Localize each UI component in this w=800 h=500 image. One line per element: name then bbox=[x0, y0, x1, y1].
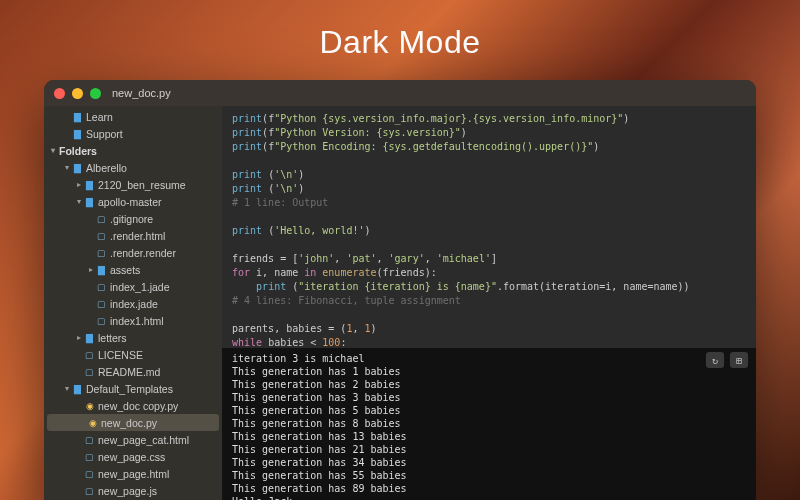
disclosure-icon[interactable]: ▾ bbox=[62, 384, 71, 393]
sidebar-item-label: Alberello bbox=[86, 162, 127, 174]
file-icon: ▢ bbox=[83, 469, 96, 479]
sidebar-item[interactable]: ▢.render.html bbox=[44, 227, 222, 244]
sidebar-item-label: letters bbox=[98, 332, 127, 344]
folder-icon: ▇ bbox=[71, 129, 84, 139]
folder-icon: ▇ bbox=[83, 197, 96, 207]
sidebar-item[interactable]: ▢README.md bbox=[44, 363, 222, 380]
sidebar-item[interactable]: ▾▇Default_Templates bbox=[44, 380, 222, 397]
console-text: iteration 3 is michael This generation h… bbox=[232, 352, 746, 500]
folder-icon: ▇ bbox=[71, 112, 84, 122]
sidebar-item[interactable]: ▇Support bbox=[44, 125, 222, 142]
sidebar-item[interactable]: ▇Learn bbox=[44, 108, 222, 125]
sidebar-item-label: new_page.js bbox=[98, 485, 157, 497]
disclosure-icon[interactable]: ▸ bbox=[86, 265, 95, 274]
sidebar-item[interactable]: ▢.gitignore bbox=[44, 210, 222, 227]
sidebar-item[interactable]: ▢.render.render bbox=[44, 244, 222, 261]
python-file-icon: ◉ bbox=[83, 401, 96, 411]
file-icon: ▢ bbox=[83, 435, 96, 445]
sidebar-item-label: assets bbox=[110, 264, 140, 276]
window-title: new_doc.py bbox=[112, 87, 171, 99]
file-icon: ▢ bbox=[95, 214, 108, 224]
file-icon: ▢ bbox=[95, 282, 108, 292]
sidebar-item[interactable]: ▸▇letters bbox=[44, 329, 222, 346]
sidebar-item[interactable]: ▢new_page.html bbox=[44, 465, 222, 482]
sidebar-item-label: Default_Templates bbox=[86, 383, 173, 395]
disclosure-icon[interactable]: ▾ bbox=[62, 163, 71, 172]
sidebar-section-header[interactable]: ▾Folders bbox=[44, 142, 222, 159]
file-icon: ▢ bbox=[95, 231, 108, 241]
sidebar-item-label: README.md bbox=[98, 366, 160, 378]
sidebar-item-label: apollo-master bbox=[98, 196, 162, 208]
file-icon: ▢ bbox=[83, 486, 96, 496]
sidebar-item[interactable]: ▢new_page_cat.html bbox=[44, 431, 222, 448]
disclosure-icon[interactable]: ▾ bbox=[74, 197, 83, 206]
minimize-icon[interactable] bbox=[72, 88, 83, 99]
sidebar-item-label: new_page.css bbox=[98, 451, 165, 463]
sidebar-item-label: .render.render bbox=[110, 247, 176, 259]
close-icon[interactable] bbox=[54, 88, 65, 99]
console-output[interactable]: iteration 3 is michael This generation h… bbox=[222, 348, 756, 500]
sidebar-item[interactable]: ◉new_doc.py bbox=[47, 414, 219, 431]
sidebar-item[interactable]: ▸▇2120_ben_resume bbox=[44, 176, 222, 193]
sidebar-item-label: .render.html bbox=[110, 230, 165, 242]
file-icon: ▢ bbox=[95, 299, 108, 309]
sidebar-item[interactable]: ▢LICENSE bbox=[44, 346, 222, 363]
sidebar-item[interactable]: ▢index_1.jade bbox=[44, 278, 222, 295]
sidebar-item-label: index.jade bbox=[110, 298, 158, 310]
file-icon: ▢ bbox=[95, 316, 108, 326]
sidebar: ▇Learn▇Support▾Folders▾▇Alberello▸▇2120_… bbox=[44, 106, 222, 500]
disclosure-icon[interactable]: ▸ bbox=[74, 333, 83, 342]
sidebar-item-label: new_doc.py bbox=[101, 417, 157, 429]
sidebar-item[interactable]: ▸▇assets bbox=[44, 261, 222, 278]
sidebar-item-label: new_page.html bbox=[98, 468, 169, 480]
sidebar-item-label: LICENSE bbox=[98, 349, 143, 361]
console-reload-button[interactable]: ↻ bbox=[706, 352, 724, 368]
folder-icon: ▇ bbox=[95, 265, 108, 275]
sidebar-item[interactable]: ▾▇Alberello bbox=[44, 159, 222, 176]
folder-icon: ▇ bbox=[83, 180, 96, 190]
file-icon: ▢ bbox=[83, 452, 96, 462]
file-icon: ▢ bbox=[83, 367, 96, 377]
editor-window: new_doc.py ▇Learn▇Support▾Folders▾▇Alber… bbox=[44, 80, 756, 500]
sidebar-item-label: index1.html bbox=[110, 315, 164, 327]
sidebar-item[interactable]: ▢new_page.css bbox=[44, 448, 222, 465]
python-file-icon: ◉ bbox=[86, 418, 99, 428]
sidebar-item[interactable]: ▢index1.html bbox=[44, 312, 222, 329]
sidebar-item[interactable]: ▾▇apollo-master bbox=[44, 193, 222, 210]
sidebar-item-label: Support bbox=[86, 128, 123, 140]
folder-icon: ▇ bbox=[83, 333, 96, 343]
sidebar-item-label: new_doc copy.py bbox=[98, 400, 178, 412]
sidebar-item-label: .gitignore bbox=[110, 213, 153, 225]
folder-icon: ▇ bbox=[71, 163, 84, 173]
titlebar[interactable]: new_doc.py bbox=[44, 80, 756, 106]
maximize-icon[interactable] bbox=[90, 88, 101, 99]
sidebar-item-label: new_page_cat.html bbox=[98, 434, 189, 446]
sidebar-item[interactable]: ◉new_doc copy.py bbox=[44, 397, 222, 414]
sidebar-item[interactable]: ▢new_page.js bbox=[44, 482, 222, 499]
sidebar-item-label: Learn bbox=[86, 111, 113, 123]
file-icon: ▢ bbox=[83, 350, 96, 360]
code-editor[interactable]: print(f"Python {sys.version_info.major}.… bbox=[222, 106, 756, 348]
sidebar-item-label: 2120_ben_resume bbox=[98, 179, 186, 191]
sidebar-item[interactable]: ▢index.jade bbox=[44, 295, 222, 312]
folder-icon: ▇ bbox=[71, 384, 84, 394]
file-icon: ▢ bbox=[95, 248, 108, 258]
console-layout-button[interactable]: ⊞ bbox=[730, 352, 748, 368]
disclosure-icon[interactable]: ▸ bbox=[74, 180, 83, 189]
hero-title: Dark Mode bbox=[0, 24, 800, 61]
sidebar-item-label: index_1.jade bbox=[110, 281, 170, 293]
